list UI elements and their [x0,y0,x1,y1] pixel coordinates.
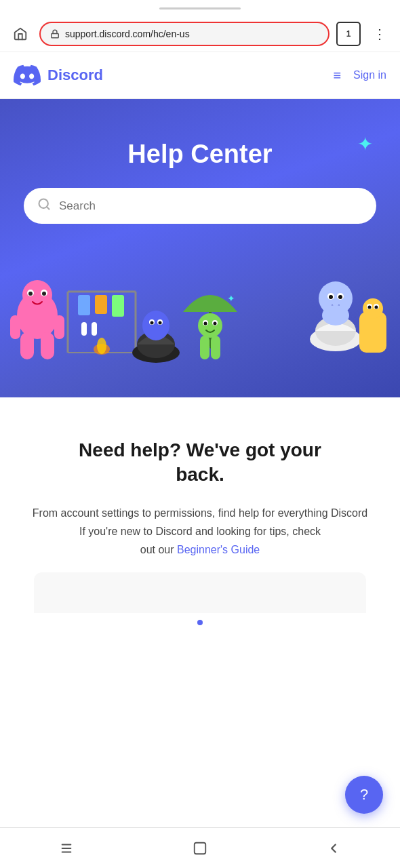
discord-logo-icon [14,62,41,89]
nav-back-button[interactable] [313,835,354,862]
svg-rect-9 [20,332,34,359]
hero-section: ✦ Help Center [0,99,400,397]
discord-logo-text: Discord [47,66,103,84]
svg-point-29 [151,321,154,325]
search-icon [37,197,51,214]
lock-icon [50,29,60,39]
scroll-indicator [20,613,380,679]
sparkle-icon: ✦ [357,133,373,155]
character-right-partial [359,298,393,366]
url-text: support.discord.com/hc/en-us [65,28,319,39]
svg-point-43 [329,295,333,299]
site-header: Discord ≡ Sign in [0,52,400,99]
hamburger-menu-button[interactable]: ≡ [333,68,341,83]
hero-illustration: ✦ [14,237,386,366]
svg-rect-21 [92,322,97,336]
svg-point-8 [42,292,46,296]
partial-card [34,572,366,613]
scroll-dot [197,620,203,625]
svg-rect-20 [81,322,87,336]
help-fab-button[interactable]: ? [345,776,383,814]
svg-point-4 [22,280,52,310]
svg-point-7 [28,292,33,296]
character-shoe [129,305,183,366]
beginners-guide-link[interactable]: Beginner's Guide [177,544,260,555]
svg-point-36 [214,322,217,326]
sign-in-link[interactable]: Sign in [353,69,386,81]
nav-home-button[interactable] [180,835,220,862]
svg-point-32 [198,313,222,338]
svg-text:✦: ✦ [227,293,235,304]
search-bar[interactable] [24,188,376,224]
browser-home-button[interactable] [8,22,33,46]
more-options-button[interactable]: ⋮ [367,22,392,46]
svg-line-2 [47,207,49,210]
status-bar-indicator [159,7,241,9]
svg-point-23 [97,338,106,354]
search-input[interactable] [59,199,363,213]
svg-point-35 [204,322,207,326]
character-blue-shoe [305,278,366,366]
svg-point-53 [375,306,378,309]
character-pink [7,278,68,366]
svg-point-47 [322,305,349,326]
svg-rect-37 [200,336,209,359]
svg-point-44 [338,295,342,299]
svg-rect-19 [112,295,124,317]
character-green-umbrella: ✦ [176,271,244,366]
svg-point-26 [142,311,169,340]
svg-rect-18 [95,295,107,314]
main-heading: Need help? We've got your back. [20,438,380,488]
status-bar [0,0,400,16]
browser-chrome: support.discord.com/hc/en-us 1 ⋮ [0,16,400,52]
bottom-nav-bar [0,827,400,868]
discord-logo[interactable]: Discord [14,62,103,89]
header-right: ≡ Sign in [333,68,386,83]
tab-count-button[interactable]: 1 [336,22,361,46]
hero-title: Help Center [14,140,386,169]
svg-rect-11 [10,315,20,339]
svg-rect-57 [195,842,206,854]
main-content: Need help? We've got your back. From acc… [0,397,400,707]
nav-recents-button[interactable] [46,835,87,862]
svg-point-49 [363,298,383,319]
svg-rect-17 [78,295,90,315]
svg-rect-10 [41,332,54,359]
main-description: From account settings to permissions, fi… [31,504,369,559]
svg-point-52 [368,306,372,309]
svg-rect-0 [52,33,59,37]
svg-rect-38 [211,336,220,359]
svg-point-30 [159,321,162,325]
address-bar[interactable]: support.discord.com/hc/en-us [39,22,329,46]
